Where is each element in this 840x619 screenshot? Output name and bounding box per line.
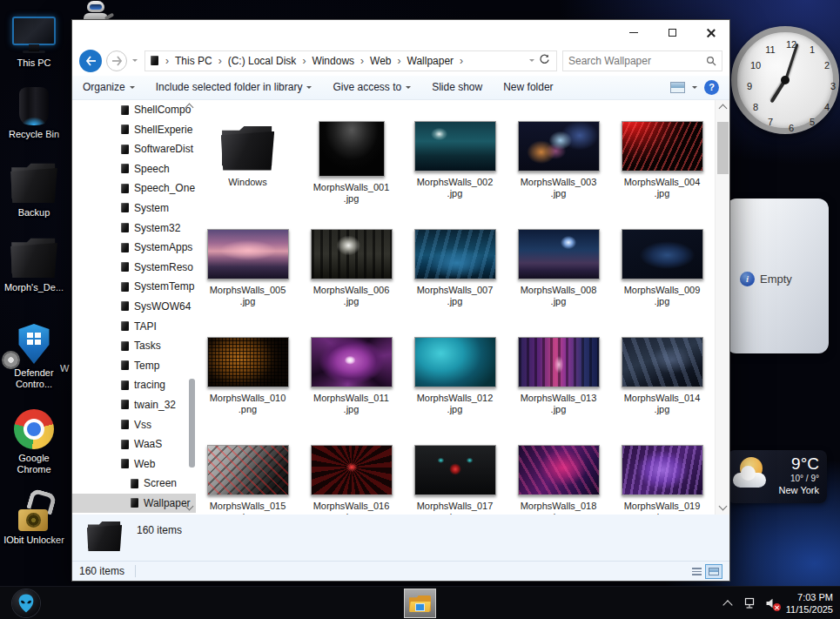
tree-item[interactable]: TAPI <box>72 316 196 336</box>
tree-item[interactable]: Speech_One <box>72 178 196 198</box>
tree-item[interactable]: System <box>72 198 196 219</box>
tree-item-wallpaper-selected[interactable]: Wallpaper <box>72 494 196 514</box>
tree-item[interactable]: SysWOW64 <box>72 297 196 317</box>
empty-note-gadget[interactable]: i Empty <box>726 198 829 353</box>
help-button[interactable]: ? <box>704 80 719 95</box>
tree-item[interactable]: Web <box>72 454 196 474</box>
new-folder-button[interactable]: New folder <box>503 81 553 93</box>
recent-locations-chevron-icon[interactable] <box>132 59 138 64</box>
minimize-button[interactable] <box>615 20 653 45</box>
search-box[interactable] <box>562 50 722 71</box>
vertical-scrollbar[interactable] <box>715 100 729 515</box>
refresh-icon[interactable] <box>539 53 550 69</box>
breadcrumb-this-pc[interactable]: This PC <box>172 55 215 67</box>
file-item[interactable]: MorphsWalls_007.jpg <box>403 229 507 337</box>
desktop-icon-defender-control[interactable]: Defender Contro... <box>2 315 66 390</box>
file-item[interactable]: MorphsWalls_010.png <box>196 337 299 445</box>
tree-item[interactable]: WaaS <box>72 434 196 454</box>
file-item[interactable]: MorphsWalls_011.jpg <box>299 337 403 445</box>
file-item[interactable]: MorphsWalls_017.jpg <box>403 445 507 515</box>
tree-item[interactable]: ShellExperie <box>72 119 196 139</box>
tree-item[interactable]: twain_32 <box>72 395 196 415</box>
tree-item[interactable]: Vss <box>72 414 196 434</box>
breadcrumb-wallpaper[interactable]: Wallpaper <box>405 55 457 67</box>
file-item[interactable]: MorphsWalls_009.jpg <box>610 229 714 337</box>
include-in-library-button[interactable]: Include selected folder in library <box>156 81 312 93</box>
change-view-icon[interactable] <box>670 82 685 93</box>
tree-item[interactable]: ShellCompo <box>72 100 196 120</box>
close-button[interactable] <box>691 20 729 45</box>
scrollbar-thumb[interactable] <box>717 122 729 174</box>
weather-gadget[interactable]: 9°C 10° / 9° New York <box>728 450 827 503</box>
scroll-up-icon[interactable] <box>719 104 728 112</box>
file-item[interactable]: MorphsWalls_003.jpg <box>507 121 610 229</box>
maximize-button[interactable] <box>653 20 691 45</box>
file-thumbnail <box>311 229 393 279</box>
folder-icon <box>121 400 129 409</box>
file-item[interactable]: MorphsWalls_019.jpg <box>610 445 714 515</box>
address-bar[interactable]: › This PC › (C:) Local Disk › Windows › … <box>144 50 557 71</box>
desktop-icon-label: Google Chrome <box>2 453 66 475</box>
organize-button[interactable]: Organize <box>83 81 135 93</box>
file-item[interactable]: MorphsWalls_004.jpg <box>610 121 714 229</box>
network-icon[interactable] <box>743 596 756 610</box>
file-item[interactable]: MorphsWalls_001.jpg <box>299 121 403 229</box>
desktop-icon-backup[interactable]: Backup <box>2 155 66 219</box>
file-item[interactable]: MorphsWalls_013.jpg <box>507 337 610 445</box>
taskbar[interactable]: 7:03 PM 11/15/2025 <box>0 586 840 619</box>
tree-item[interactable]: SystemReso <box>72 257 196 277</box>
tree-item[interactable]: tracing <box>72 375 196 395</box>
large-icons-view-button[interactable] <box>705 564 722 579</box>
file-item[interactable]: MorphsWalls_016.jpg <box>299 445 403 515</box>
tree-item[interactable]: Speech <box>72 159 196 179</box>
scroll-down-icon[interactable] <box>719 502 728 511</box>
analog-clock-gadget[interactable]: 12 1 2 3 4 5 6 7 8 9 10 11 <box>731 26 839 134</box>
file-item[interactable]: MorphsWalls_008.jpg <box>507 229 610 337</box>
desktop-icon-morphs-de[interactable]: Morph's_De... <box>2 230 66 293</box>
forward-button[interactable] <box>106 50 127 71</box>
details-view-button[interactable] <box>688 564 705 579</box>
file-item[interactable]: MorphsWalls_002.jpg <box>403 121 507 229</box>
file-item[interactable]: Windows <box>196 121 299 229</box>
file-thumbnail <box>414 337 496 387</box>
file-item[interactable]: MorphsWalls_014.jpg <box>610 337 714 445</box>
address-dropdown-chevron-icon[interactable] <box>529 59 534 64</box>
desktop-icon-recycle-bin[interactable]: Recycle Bin <box>2 77 66 140</box>
slide-show-button[interactable]: Slide show <box>432 81 482 93</box>
start-button[interactable] <box>12 589 40 617</box>
taskbar-file-explorer-button[interactable] <box>404 589 436 618</box>
folder-icon <box>151 56 158 65</box>
file-item[interactable]: MorphsWalls_005.jpg <box>196 229 299 337</box>
file-item[interactable]: MorphsWalls_012.jpg <box>403 337 507 445</box>
title-bar[interactable] <box>72 20 729 46</box>
tree-item[interactable]: Tasks <box>72 336 196 356</box>
file-item[interactable]: MorphsWalls_018.jpg <box>507 445 610 515</box>
file-item[interactable]: MorphsWalls_006.jpg <box>299 229 403 337</box>
file-thumbnail <box>622 337 703 387</box>
show-hidden-icons-chevron[interactable] <box>721 596 735 610</box>
tree-item[interactable]: Temp <box>72 355 196 375</box>
search-icon <box>706 56 716 66</box>
tree-item[interactable]: Screen <box>72 474 196 494</box>
tree-item[interactable]: SoftwareDist <box>72 139 196 159</box>
tree-item[interactable]: SystemApps <box>72 238 196 258</box>
desktop-icon-google-chrome[interactable]: Google Chrome <box>2 400 66 475</box>
breadcrumb-web[interactable]: Web <box>367 55 393 67</box>
search-input[interactable] <box>568 55 702 67</box>
desktop-icon-this-pc[interactable]: This PC <box>2 5 66 69</box>
breadcrumb-separator: › <box>396 55 403 67</box>
breadcrumb-local-disk[interactable]: (C:) Local Disk <box>225 55 299 67</box>
taskbar-clock[interactable]: 7:03 PM 11/15/2025 <box>786 591 835 616</box>
file-item[interactable]: MorphsWalls_015.jpg <box>196 445 299 515</box>
give-access-button[interactable]: Give access to <box>333 81 411 93</box>
desktop-icon-iobit-unlocker[interactable]: IObit Unlocker <box>2 482 66 546</box>
volume-muted-icon[interactable] <box>764 596 778 610</box>
chevron-down-icon[interactable] <box>692 86 697 91</box>
tree-item[interactable]: SystemTemp <box>72 277 196 297</box>
desktop-icon-label: Defender Contro... <box>2 367 66 390</box>
tree-scrollbar-thumb[interactable] <box>189 379 195 468</box>
breadcrumb-windows[interactable]: Windows <box>309 55 357 67</box>
back-button[interactable] <box>79 50 102 72</box>
system-tray: 7:03 PM 11/15/2025 <box>721 587 835 619</box>
tree-item[interactable]: System32 <box>72 218 196 238</box>
